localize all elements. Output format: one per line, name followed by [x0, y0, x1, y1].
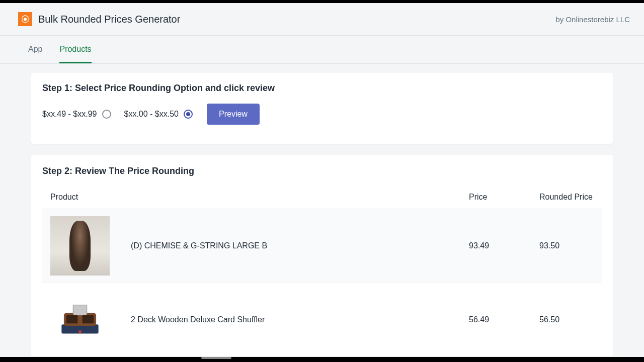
product-rounded-price: 93.50 — [531, 209, 602, 283]
option-b-radio[interactable] — [184, 110, 193, 119]
app-title: Bulk Rounded Prices Generator — [38, 14, 180, 25]
product-rounded-price: 56.50 — [531, 283, 602, 357]
preview-button[interactable]: Preview — [207, 104, 260, 125]
step1-title: Step 1: Select Price Rounding Option and… — [42, 83, 602, 94]
col-header-price: Price — [461, 187, 531, 209]
product-thumb-cell — [42, 283, 123, 357]
rounding-options-row: $xx.49 - $xx.99 $xx.00 - $xx.50 Preview — [42, 104, 602, 125]
tab-products[interactable]: Products — [59, 36, 91, 63]
option-a-radio[interactable] — [102, 110, 111, 119]
step1-card: Step 1: Select Price Rounding Option and… — [31, 73, 613, 144]
svg-rect-2 — [73, 305, 87, 315]
scrollbar-horizontal-icon[interactable] — [201, 357, 231, 359]
svg-point-5 — [78, 330, 82, 333]
app-header: Bulk Rounded Prices Generator by Onlines… — [0, 3, 644, 36]
col-header-product: Product — [42, 187, 123, 209]
product-image-icon — [50, 216, 110, 276]
app-byline: by Onlinestorebiz LLC — [555, 15, 634, 24]
option-a-label: $xx.49 - $xx.99 — [42, 110, 97, 119]
col-header-name-spacer — [123, 187, 461, 209]
tab-bar: App Products — [0, 36, 644, 64]
option-b-label: $xx.00 - $xx.50 — [124, 110, 179, 119]
price-table: Product Price Rounded Price (D) CHEMISE … — [42, 187, 602, 356]
product-image-icon — [50, 290, 110, 349]
header-left: Bulk Rounded Prices Generator — [18, 12, 180, 26]
table-row[interactable]: (D) CHEMISE & G-STRING LARGE B 93.49 93.… — [42, 209, 602, 283]
product-thumb-cell — [42, 209, 123, 283]
main-content: Step 1: Select Price Rounding Option and… — [0, 64, 644, 356]
svg-rect-3 — [66, 315, 78, 324]
product-price: 93.49 — [461, 209, 531, 283]
app-logo-icon — [18, 12, 32, 26]
window-bottom-border — [0, 357, 644, 362]
product-name: (D) CHEMISE & G-STRING LARGE B — [123, 209, 461, 283]
step2-card: Step 2: Review The Price Rounding Produc… — [31, 155, 613, 356]
product-price: 56.49 — [461, 283, 531, 357]
svg-rect-4 — [83, 315, 94, 324]
product-name: 2 Deck Wooden Deluxe Card Shuffler — [123, 283, 461, 357]
step2-title: Step 2: Review The Price Rounding — [42, 166, 602, 176]
table-row[interactable]: 2 Deck Wooden Deluxe Card Shuffler 56.49… — [42, 283, 602, 357]
col-header-rounded: Rounded Price — [531, 187, 602, 209]
tab-app[interactable]: App — [28, 36, 42, 63]
